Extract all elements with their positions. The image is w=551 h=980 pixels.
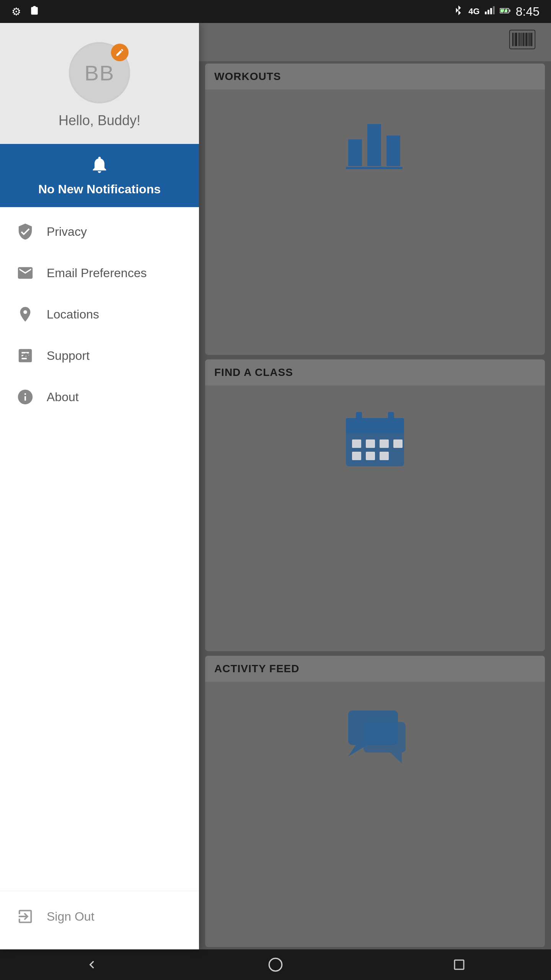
settings-icon: ⚙ <box>11 5 21 18</box>
status-time: 8:45 <box>516 5 540 19</box>
sign-out-button[interactable]: Sign Out <box>15 899 184 934</box>
bell-icon <box>90 155 109 178</box>
signal-bars-icon <box>484 5 495 18</box>
back-button[interactable] <box>80 953 103 976</box>
locations-icon <box>15 304 35 324</box>
about-label: About <box>47 390 79 404</box>
activity-feed-card[interactable]: ACTIVITY FEED <box>205 656 545 947</box>
bottom-nav <box>0 949 551 980</box>
svg-rect-21 <box>348 139 362 166</box>
workouts-card-body <box>205 90 545 197</box>
svg-rect-22 <box>367 124 381 166</box>
svg-rect-29 <box>352 439 361 448</box>
activity-feed-title: ACTIVITY FEED <box>214 663 300 675</box>
workouts-title: WORKOUTS <box>214 70 281 82</box>
find-class-card-body <box>205 385 545 493</box>
find-class-card-header: FIND A CLASS <box>205 359 545 385</box>
svg-rect-6 <box>509 10 510 12</box>
svg-rect-35 <box>380 452 389 460</box>
bluetooth-icon <box>453 5 464 18</box>
sign-out-label: Sign Out <box>47 910 95 924</box>
support-icon <box>15 346 35 366</box>
workouts-card[interactable]: WORKOUTS <box>205 64 545 355</box>
recent-button[interactable] <box>448 953 471 976</box>
menu-item-about[interactable]: About <box>0 376 199 418</box>
notification-banner: No New Notifications <box>0 144 199 207</box>
activity-feed-card-body <box>205 682 545 789</box>
workouts-card-header: WORKOUTS <box>205 64 545 90</box>
email-icon <box>15 263 35 283</box>
svg-point-40 <box>269 958 282 971</box>
navigation-drawer: BB Hello, Buddy! No New Notifications <box>0 23 199 949</box>
main-topbar <box>199 23 551 61</box>
drawer-footer: Sign Out <box>0 891 199 949</box>
find-class-title: FIND A CLASS <box>214 366 293 378</box>
clipboard-icon <box>29 5 40 19</box>
drawer-profile: BB Hello, Buddy! <box>0 23 199 144</box>
svg-rect-26 <box>346 418 404 433</box>
locations-label: Locations <box>47 307 99 322</box>
calendar-icon <box>344 410 406 468</box>
email-preferences-label: Email Preferences <box>47 266 147 280</box>
svg-rect-2 <box>490 8 492 14</box>
svg-marker-39 <box>390 753 402 763</box>
svg-rect-34 <box>366 452 375 460</box>
support-label: Support <box>47 349 90 363</box>
avatar-wrapper: BB <box>69 42 130 103</box>
home-button[interactable] <box>264 953 287 976</box>
barcode-icon[interactable] <box>509 28 536 56</box>
chat-bubbles-icon <box>341 707 409 764</box>
drawer-menu: Privacy Email Preferences Location <box>0 207 199 891</box>
edit-icon <box>115 48 124 57</box>
svg-rect-24 <box>346 167 403 169</box>
notification-text: No New Notifications <box>38 182 161 196</box>
edit-avatar-button[interactable] <box>111 44 129 61</box>
svg-rect-27 <box>356 412 362 424</box>
svg-rect-28 <box>388 412 394 424</box>
sign-out-icon <box>15 906 35 926</box>
menu-item-privacy[interactable]: Privacy <box>0 211 199 252</box>
svg-rect-3 <box>493 6 495 14</box>
greeting: Hello, Buddy! <box>59 113 140 129</box>
privacy-label: Privacy <box>47 225 87 239</box>
battery-icon <box>500 7 511 16</box>
svg-rect-1 <box>487 10 489 15</box>
svg-rect-30 <box>366 439 375 448</box>
bar-chart-icon <box>344 116 406 170</box>
menu-item-support[interactable]: Support <box>0 335 199 376</box>
svg-rect-33 <box>352 452 361 460</box>
status-bar: ⚙ 4G <box>0 0 551 23</box>
find-class-card[interactable]: FIND A CLASS <box>205 359 545 651</box>
svg-rect-31 <box>380 439 389 448</box>
about-icon <box>15 387 35 407</box>
privacy-icon <box>15 222 35 242</box>
main-content: WORKOUTS FIND A CLASS <box>199 23 551 949</box>
menu-item-locations[interactable]: Locations <box>0 294 199 335</box>
activity-feed-card-header: ACTIVITY FEED <box>205 656 545 682</box>
avatar-initials: BB <box>85 60 115 85</box>
menu-item-email-preferences[interactable]: Email Preferences <box>0 252 199 294</box>
svg-rect-23 <box>386 136 400 166</box>
svg-rect-38 <box>364 722 406 753</box>
svg-rect-0 <box>485 11 487 14</box>
svg-rect-41 <box>455 960 464 969</box>
signal-icon: 4G <box>468 7 479 16</box>
svg-rect-32 <box>393 439 403 448</box>
